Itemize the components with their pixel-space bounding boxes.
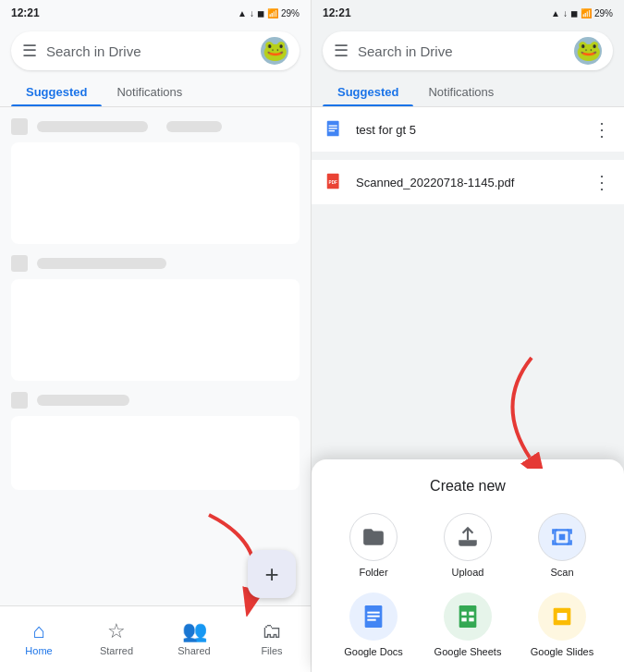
- gsheets-icon-circle: [444, 593, 492, 641]
- file-name-2: Scanned_20220718-1145.pdf: [356, 176, 581, 189]
- skeleton-line-4: [37, 395, 129, 406]
- skeleton-content-left: [0, 107, 311, 605]
- file-item-1[interactable]: test for gt 5 ⋮: [312, 107, 624, 152]
- skeleton-line-2: [166, 121, 222, 132]
- status-icons-left: ▲↓◼📶29%: [238, 8, 300, 18]
- home-icon: ⌂: [32, 619, 44, 643]
- gslides-icon-circle: [538, 593, 586, 641]
- file-more-1[interactable]: ⋮: [593, 118, 611, 141]
- create-google-sheets[interactable]: Google Sheets: [424, 593, 511, 657]
- tabs-left: Suggested Notifications: [0, 76, 311, 107]
- fab-plus-icon: +: [264, 560, 278, 589]
- skeleton-thumb-1: [11, 118, 28, 135]
- file-icon-doc: [324, 119, 345, 140]
- search-text-left: Search in Drive: [46, 43, 251, 59]
- create-gdocs-label: Google Docs: [344, 646, 403, 657]
- svg-rect-3: [329, 128, 337, 128]
- time-left: 12:21: [11, 6, 40, 19]
- create-upload-label: Upload: [452, 567, 484, 578]
- file-more-2[interactable]: ⋮: [593, 171, 611, 193]
- right-panel: 12:21 ▲↓◼📶29% ☰ Search in Drive 🐸 Sugges…: [312, 0, 624, 672]
- svg-rect-17: [461, 617, 466, 621]
- create-grid: Folder Upload: [330, 513, 606, 657]
- nav-shared-label: Shared: [177, 645, 210, 656]
- create-new-sheet: Create new Folder: [312, 459, 624, 672]
- nav-starred[interactable]: ☆ Starred: [78, 619, 155, 656]
- file-name-1: test for gt 5: [356, 123, 581, 137]
- create-folder[interactable]: Folder: [330, 513, 417, 578]
- folder-icon-circle: [349, 513, 398, 561]
- status-bar-right: 12:21 ▲↓◼📶29%: [312, 0, 624, 26]
- create-google-docs[interactable]: Google Docs: [330, 593, 417, 657]
- svg-rect-16: [469, 612, 473, 616]
- create-scan-label: Scan: [550, 567, 573, 578]
- gdocs-icon-circle: [349, 593, 398, 641]
- skeleton-card-3: [11, 416, 300, 490]
- svg-rect-12: [367, 616, 379, 617]
- tab-notifications-right[interactable]: Notifications: [413, 76, 508, 106]
- avatar-right[interactable]: 🐸: [574, 37, 602, 65]
- status-icons-right: ▲↓◼📶29%: [551, 8, 613, 18]
- nav-starred-label: Starred: [100, 645, 133, 656]
- skeleton-row-1: [11, 118, 300, 135]
- skeleton-line-1: [37, 121, 148, 132]
- create-folder-label: Folder: [359, 567, 387, 578]
- skeleton-card-1: [11, 142, 300, 244]
- create-new-title: Create new: [330, 478, 606, 495]
- create-gslides-label: Google Slides: [531, 646, 594, 657]
- file-gap: [312, 153, 624, 160]
- file-icon-pdf: PDF: [324, 172, 345, 192]
- skeleton-row-3: [11, 392, 300, 409]
- svg-rect-2: [329, 125, 337, 126]
- svg-rect-14: [459, 605, 477, 628]
- tab-suggested-left[interactable]: Suggested: [11, 76, 102, 106]
- fab-button[interactable]: +: [248, 550, 296, 598]
- skeleton-thumb-2: [11, 255, 28, 272]
- shared-icon: 👥: [182, 619, 207, 643]
- upload-icon-circle: [444, 513, 492, 561]
- create-google-slides[interactable]: Google Slides: [519, 593, 606, 657]
- left-panel: 12:21 ▲↓◼📶29% ☰ Search in Drive 🐸 Sugges…: [0, 0, 312, 672]
- tab-notifications-left[interactable]: Notifications: [102, 76, 197, 106]
- avatar-emoji-right: 🐸: [576, 41, 601, 61]
- svg-rect-15: [461, 612, 466, 616]
- search-bar-left[interactable]: ☰ Search in Drive 🐸: [11, 31, 300, 70]
- menu-icon-right[interactable]: ☰: [334, 41, 349, 61]
- nav-files-label: Files: [261, 645, 282, 656]
- nav-shared[interactable]: 👥 Shared: [155, 619, 233, 656]
- skeleton-card-2: [11, 279, 300, 381]
- search-bar-right[interactable]: ☰ Search in Drive 🐸: [323, 31, 613, 70]
- nav-home[interactable]: ⌂ Home: [0, 619, 78, 656]
- svg-text:PDF: PDF: [329, 180, 337, 185]
- avatar-left[interactable]: 🐸: [261, 37, 288, 65]
- create-upload[interactable]: Upload: [424, 513, 511, 578]
- starred-icon: ☆: [107, 619, 126, 643]
- avatar-emoji-left: 🐸: [263, 41, 288, 61]
- svg-rect-20: [557, 613, 568, 620]
- create-scan[interactable]: Scan: [519, 513, 606, 578]
- status-bar-left: 12:21 ▲↓◼📶29%: [0, 0, 311, 26]
- nav-home-label: Home: [25, 645, 52, 656]
- bottom-nav-left: ⌂ Home ☆ Starred 👥 Shared 🗂 Files: [0, 605, 311, 672]
- scan-icon-circle: [538, 513, 586, 561]
- file-item-2[interactable]: PDF Scanned_20220718-1145.pdf ⋮: [312, 160, 624, 204]
- menu-icon-left[interactable]: ☰: [22, 41, 37, 61]
- time-right: 12:21: [323, 6, 351, 19]
- svg-rect-11: [367, 612, 379, 614]
- search-text-right: Search in Drive: [358, 43, 565, 59]
- skeleton-thumb-3: [11, 392, 28, 409]
- skeleton-line-3: [37, 258, 166, 269]
- nav-files[interactable]: 🗂 Files: [233, 619, 311, 656]
- svg-rect-13: [367, 619, 375, 621]
- tabs-right: Suggested Notifications: [312, 76, 624, 107]
- svg-rect-18: [469, 617, 473, 621]
- create-gsheets-label: Google Sheets: [434, 646, 502, 657]
- svg-rect-4: [329, 130, 335, 131]
- files-icon: 🗂: [262, 619, 282, 643]
- tab-suggested-right[interactable]: Suggested: [323, 76, 413, 106]
- skeleton-row-2: [11, 255, 300, 272]
